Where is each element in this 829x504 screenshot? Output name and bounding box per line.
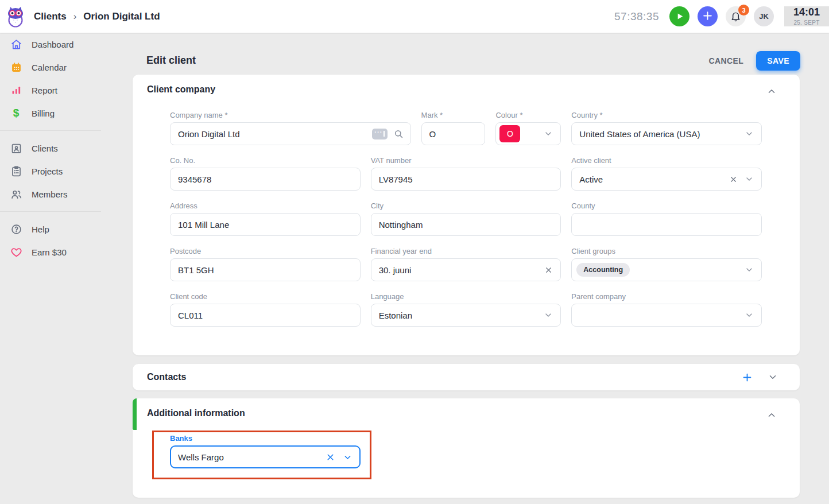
additional-information-title: Additional information <box>147 408 785 418</box>
active-client-select[interactable]: Active <box>571 168 762 191</box>
banks-label: Banks <box>170 434 361 443</box>
field-label: Active client <box>571 156 762 165</box>
contacts-card: Contacts <box>133 364 800 390</box>
clear-icon[interactable] <box>544 266 553 274</box>
clipboard-icon <box>10 165 22 177</box>
active-client-value: Active <box>579 175 603 184</box>
sidebar-item-label: Calendar <box>32 63 67 72</box>
cancel-button[interactable]: CANCEL <box>709 56 744 65</box>
owl-logo-icon[interactable] <box>6 5 26 28</box>
chevron-down-icon <box>745 129 754 138</box>
co-no-input[interactable] <box>170 168 361 191</box>
chevron-down-icon <box>745 265 754 274</box>
chevron-up-icon[interactable] <box>766 86 777 96</box>
parent-company-group: Parent company <box>571 292 762 327</box>
county-input[interactable] <box>571 213 762 236</box>
client-company-form: Company name * ··· Mark * <box>170 111 762 327</box>
financial-year-end-select[interactable]: 30. juuni <box>371 258 561 281</box>
sidebar-item-billing[interactable]: $ Billing <box>0 102 121 125</box>
clear-icon[interactable] <box>729 175 738 184</box>
sidebar-item-projects[interactable]: Projects <box>0 160 121 183</box>
sidebar-item-label: Members <box>32 189 68 199</box>
clock-time: 14:01 <box>793 7 820 18</box>
client-code-input[interactable] <box>170 304 361 327</box>
chevron-down-icon[interactable] <box>768 372 778 382</box>
sidebar-divider <box>0 130 101 131</box>
sidebar-item-report[interactable]: Report <box>0 79 121 102</box>
sidebar: Dashboard Calendar Report $ Billing Clie… <box>0 33 121 263</box>
vat-group: VAT number <box>371 156 561 191</box>
chevron-up-icon[interactable] <box>766 410 777 420</box>
form-row: Address City County <box>170 201 762 236</box>
chevron-down-icon <box>745 311 754 320</box>
client-groups-select[interactable]: Accounting <box>571 258 762 281</box>
sidebar-item-dashboard[interactable]: Dashboard <box>0 33 121 56</box>
client-code-group: Client code <box>170 292 361 327</box>
field-label: Language <box>371 292 561 301</box>
chevron-down-icon[interactable] <box>343 452 352 462</box>
sidebar-item-earn[interactable]: Earn $30 <box>0 241 121 263</box>
client-groups-group: Client groups Accounting <box>571 247 762 281</box>
dollar-icon: $ <box>10 107 22 119</box>
bar-chart-icon <box>10 84 22 96</box>
company-name-group: Company name * ··· <box>170 111 411 145</box>
field-label: Client groups <box>571 247 762 256</box>
sidebar-item-label: Billing <box>32 108 55 118</box>
banks-select[interactable]: Wells Fargo <box>170 445 361 468</box>
heart-icon <box>10 246 22 258</box>
mark-input[interactable] <box>421 122 486 145</box>
client-group-chip[interactable]: Accounting <box>576 263 630 277</box>
city-input[interactable] <box>371 213 561 236</box>
vat-input[interactable] <box>371 168 561 191</box>
clear-icon[interactable] <box>326 452 335 462</box>
notification-badge: 3 <box>738 5 749 15</box>
field-label: Co. No. <box>170 156 361 165</box>
field-label: County <box>571 201 762 211</box>
parent-company-select[interactable] <box>571 304 762 327</box>
country-select[interactable]: United States of America (USA) <box>571 122 762 145</box>
active-client-group: Active client Active <box>571 156 762 191</box>
green-accent-strip <box>133 398 137 430</box>
form-row: Postcode Financial year end 30. juuni Cl… <box>170 247 762 281</box>
field-label: Mark * <box>421 111 486 120</box>
timer-value: 57:38:35 <box>614 10 659 23</box>
address-input[interactable] <box>170 213 361 236</box>
sidebar-item-help[interactable]: Help <box>0 218 121 241</box>
field-label: Financial year end <box>371 247 561 256</box>
start-timer-button[interactable] <box>669 6 689 26</box>
postcode-input[interactable] <box>170 258 361 281</box>
calendar-icon <box>10 61 22 73</box>
language-group: Language Estonian <box>371 292 561 327</box>
quick-add-button[interactable] <box>698 6 718 26</box>
avatar[interactable]: JK <box>754 6 774 26</box>
breadcrumb-clients[interactable]: Clients <box>34 11 67 22</box>
sidebar-item-calendar[interactable]: Calendar <box>0 56 121 79</box>
client-card-icon <box>10 142 22 154</box>
language-value: Estonian <box>379 311 412 320</box>
company-name-input[interactable] <box>170 122 411 145</box>
topbar-actions: 57:38:35 3 JK 14:01 25. SEPT <box>614 6 829 26</box>
banks-group: Banks Wells Fargo <box>170 434 361 468</box>
co-no-group: Co. No. <box>170 156 361 191</box>
breadcrumb-separator: › <box>73 11 77 22</box>
language-select[interactable]: Estonian <box>371 304 561 327</box>
financial-year-end-group: Financial year end 30. juuni <box>371 247 561 281</box>
city-group: City <box>371 201 561 236</box>
colour-select[interactable]: O <box>495 122 561 145</box>
sidebar-item-label: Dashboard <box>32 40 73 49</box>
colour-swatch: O <box>499 125 520 142</box>
save-button[interactable]: SAVE <box>756 51 800 71</box>
page-header: Edit client CANCEL SAVE <box>121 33 829 75</box>
additional-information-card: Additional information Banks Wells Fargo <box>133 398 800 498</box>
field-label: Parent company <box>571 292 762 301</box>
country-group: Country * United States of America (USA) <box>571 111 762 145</box>
client-company-title: Client company <box>147 84 762 95</box>
add-contact-icon[interactable] <box>742 372 753 383</box>
sidebar-item-members[interactable]: Members <box>0 183 121 206</box>
notifications-button[interactable]: 3 <box>726 6 746 26</box>
postcode-group: Postcode <box>170 247 361 281</box>
sidebar-divider <box>0 211 101 212</box>
field-label: Company name * <box>170 111 411 120</box>
sidebar-item-clients[interactable]: Clients <box>0 137 121 160</box>
main-content: Edit client CANCEL SAVE Client company C… <box>121 33 829 498</box>
